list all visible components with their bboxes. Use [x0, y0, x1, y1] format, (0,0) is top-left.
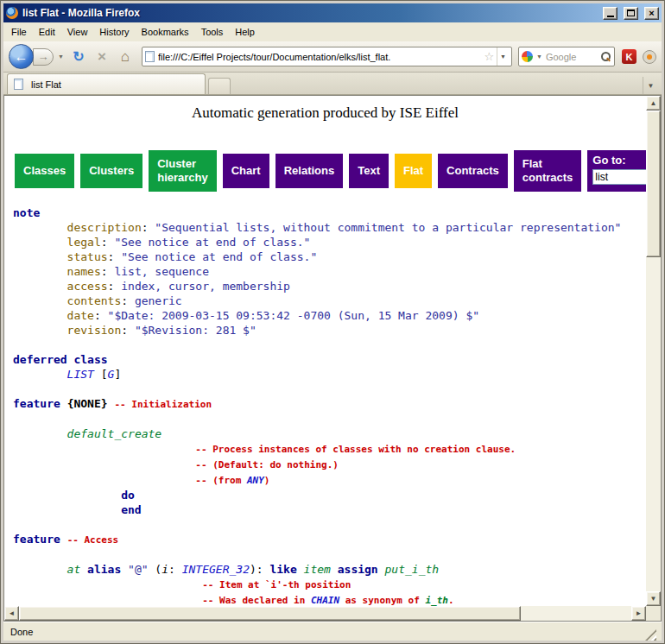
forward-icon: → [38, 50, 49, 63]
code-text: access [67, 280, 108, 293]
code-link[interactable]: at [67, 563, 81, 576]
code-text: list, sequence [114, 265, 209, 278]
maximize-button[interactable] [624, 7, 638, 20]
stop-button[interactable]: × [92, 47, 112, 67]
code-text: -- Process instances of classes with no … [195, 444, 516, 455]
nav-button-clusters[interactable]: Clusters [80, 154, 142, 188]
bookmark-star-icon[interactable]: ☆ [481, 50, 497, 63]
code-text: "$Revision: 281 $" [135, 324, 256, 337]
horizontal-scroll-track[interactable] [19, 606, 631, 621]
nav-button-flat-contracts[interactable]: Flat contracts [514, 150, 582, 192]
code-text: assign [338, 563, 378, 576]
code-text: contents [67, 294, 122, 307]
code-text: "Sequential lists, without commitment to… [155, 221, 621, 234]
addon-k-icon[interactable]: K [622, 49, 636, 64]
goto-block: Go to: [587, 150, 646, 192]
code-line: contents: generic [13, 294, 646, 308]
horizontal-scroll-thumb[interactable] [19, 606, 521, 621]
goto-label: Go to: [592, 154, 646, 167]
title-bar[interactable]: list Flat - Mozilla Firefox × [3, 3, 662, 22]
code-text: date [67, 309, 94, 322]
tab-list-dropdown[interactable]: ▼ [643, 77, 658, 94]
code-text: status [67, 250, 108, 263]
code-line: feature {NONE} -- Initialization [13, 396, 646, 412]
address-bar[interactable]: ☆ ▼ [142, 47, 512, 66]
home-icon: ⌂ [121, 48, 130, 66]
code-line: end [13, 502, 646, 517]
scroll-down-button[interactable]: ▼ [646, 591, 661, 606]
code-text: -- Was declared in [202, 595, 311, 606]
menu-view[interactable]: View [61, 24, 94, 40]
code-link[interactable]: ANY [247, 475, 264, 486]
scrollbar-corner [646, 606, 661, 621]
vertical-scroll-thumb[interactable] [646, 110, 661, 257]
menu-help[interactable]: Help [229, 24, 261, 40]
code-text: [ [94, 368, 108, 381]
back-forward-dropdown[interactable]: ▼ [56, 54, 66, 60]
close-button[interactable]: × [644, 7, 659, 20]
scroll-up-button[interactable]: ▲ [646, 96, 661, 110]
code-link[interactable]: item [304, 563, 331, 576]
tab-label: list Flat [31, 79, 61, 90]
code-link[interactable]: put_i_th [385, 563, 440, 576]
back-button[interactable]: ← [9, 44, 34, 69]
menu-edit[interactable]: Edit [33, 24, 61, 40]
url-input[interactable] [158, 52, 481, 62]
nav-button-chart[interactable]: Chart [223, 154, 269, 188]
code-line [13, 517, 646, 532]
menu-bookmarks[interactable]: Bookmarks [136, 24, 195, 40]
code-text: : [101, 265, 115, 278]
search-input[interactable] [546, 52, 598, 62]
tab-list-flat[interactable]: list Flat [7, 73, 206, 94]
nav-button-classes[interactable]: Classes [15, 154, 74, 188]
code-text: ( [149, 563, 162, 576]
new-tab-button[interactable] [208, 78, 231, 94]
scroll-right-icon: ► [636, 609, 643, 617]
code-text: alias [87, 563, 121, 576]
code-line: date: "$Date: 2009-03-15 09:53:42 -0700 … [13, 308, 646, 323]
menu-file[interactable]: File [5, 24, 33, 40]
code-text: "See notice at end of class." [121, 250, 317, 263]
code-text: : [121, 294, 135, 307]
menu-history[interactable]: History [93, 24, 135, 40]
code-link[interactable]: i_th [425, 595, 448, 606]
code-text: : [168, 563, 182, 576]
nav-button-cluster-hierarchy[interactable]: Cluster hierarchy [149, 150, 217, 192]
minimize-button[interactable] [603, 7, 618, 20]
forward-button[interactable]: → [33, 48, 54, 66]
home-button[interactable]: ⌂ [115, 47, 136, 67]
code-text: -- (Default: do nothing.) [195, 459, 339, 470]
goto-input[interactable] [592, 169, 646, 185]
menu-tools[interactable]: Tools [195, 24, 230, 40]
vertical-scrollbar[interactable]: ▲ ▼ [646, 96, 661, 606]
refresh-button[interactable]: ↻ [68, 47, 89, 67]
status-bar: Done [3, 622, 662, 641]
code-link[interactable]: default_create [67, 427, 162, 440]
code-text: {NONE} [67, 397, 108, 410]
menu-bar: FileEditViewHistoryBookmarksToolsHelp [3, 22, 662, 41]
addon-status-icon[interactable] [643, 50, 656, 64]
code-link[interactable]: LIST [67, 368, 94, 381]
horizontal-scrollbar[interactable]: ◄ ► [4, 606, 646, 621]
nav-button-relations[interactable]: Relations [276, 154, 344, 188]
scroll-down-icon: ▼ [650, 595, 657, 603]
search-bar[interactable]: ▼ [518, 47, 615, 66]
code-line: note [13, 205, 646, 220]
doc-nav-buttons: ClassesClustersCluster hierarchyChartRel… [15, 150, 646, 192]
search-engine-dropdown[interactable]: ▼ [535, 54, 544, 60]
code-link[interactable]: INTEGER_32 [182, 563, 250, 576]
nav-button-flat[interactable]: Flat [395, 154, 432, 188]
resize-grip[interactable] [645, 629, 656, 641]
code-link[interactable]: CHAIN [311, 595, 339, 606]
code-line: -- Item at `i'-th position [13, 577, 646, 592]
url-history-dropdown[interactable]: ▼ [497, 47, 509, 66]
nav-button-text[interactable]: Text [349, 154, 389, 188]
page-content: Automatic generation produced by ISE Eif… [4, 96, 646, 606]
search-go-icon[interactable] [600, 51, 611, 62]
code-text: -- Initialization [114, 399, 212, 410]
scroll-right-button[interactable]: ► [631, 606, 646, 621]
google-engine-icon[interactable] [522, 51, 533, 62]
scroll-left-button[interactable]: ◄ [4, 606, 19, 621]
nav-button-contracts[interactable]: Contracts [438, 154, 508, 188]
vertical-scroll-track[interactable] [646, 110, 661, 591]
